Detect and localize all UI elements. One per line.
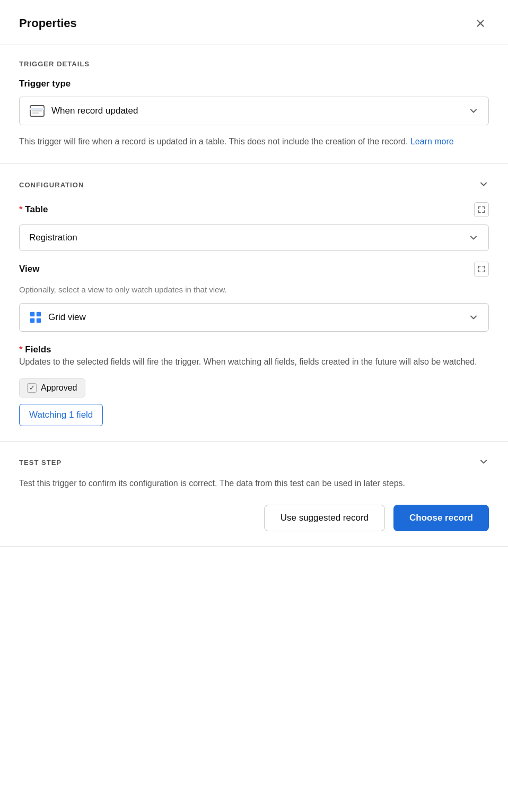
- table-field-row: Table: [19, 202, 489, 217]
- watching-field-button[interactable]: Watching 1 field: [19, 404, 103, 426]
- test-step-header: TEST STEP: [19, 456, 489, 469]
- svg-rect-6: [30, 312, 34, 316]
- approved-field-tag: ✓ Approved: [19, 378, 85, 398]
- close-button[interactable]: [472, 15, 489, 32]
- configuration-chevron-icon[interactable]: [478, 179, 489, 192]
- table-select[interactable]: Registration: [19, 224, 489, 251]
- table-value: Registration: [29, 232, 77, 243]
- panel-title: Properties: [19, 16, 77, 30]
- trigger-type-value: When record updated: [51, 106, 138, 116]
- choose-record-button[interactable]: Choose record: [393, 505, 489, 531]
- grid-view-icon: [29, 311, 42, 324]
- trigger-type-icon: [29, 105, 45, 117]
- svg-rect-8: [30, 318, 34, 323]
- fields-description: Updates to the selected fields will fire…: [19, 355, 489, 369]
- watching-btn-row: Watching 1 field: [19, 404, 489, 426]
- properties-panel: Properties TRIGGER DETAILS Trigger type: [0, 0, 508, 547]
- trigger-type-label: Trigger type: [19, 79, 489, 89]
- configuration-title: CONFIGURATION: [19, 181, 84, 189]
- test-step-title: TEST STEP: [19, 459, 62, 467]
- test-step-section: TEST STEP Test this trigger to confirm i…: [0, 442, 508, 547]
- test-buttons-container: Use suggested record Choose record: [19, 505, 489, 531]
- table-field-label: Table: [19, 204, 48, 215]
- view-field-label: View: [19, 264, 39, 274]
- checkbox-icon: ✓: [27, 383, 37, 393]
- trigger-type-select[interactable]: When record updated: [19, 97, 489, 125]
- table-chevron-icon: [468, 232, 479, 243]
- fields-section: Fields Updates to the selected fields wi…: [19, 344, 489, 426]
- test-step-chevron-icon[interactable]: [478, 456, 489, 469]
- trigger-details-header: TRIGGER DETAILS: [19, 60, 489, 68]
- trigger-type-chevron-icon: [468, 106, 479, 116]
- view-expand-icon[interactable]: [474, 262, 489, 277]
- panel-header: Properties: [0, 0, 508, 45]
- svg-rect-3: [30, 108, 44, 110]
- trigger-description: This trigger will fire when a record is …: [19, 135, 489, 149]
- view-value: Grid view: [48, 312, 86, 323]
- configuration-header: CONFIGURATION: [19, 179, 489, 192]
- view-chevron-icon: [468, 312, 479, 323]
- test-step-description: Test this trigger to confirm its configu…: [19, 477, 489, 490]
- svg-rect-9: [37, 318, 41, 323]
- view-field-row: View: [19, 262, 489, 277]
- use-suggested-record-button[interactable]: Use suggested record: [264, 505, 385, 531]
- view-description: Optionally, select a view to only watch …: [19, 284, 489, 296]
- field-tags-row: ✓ Approved: [19, 378, 489, 404]
- configuration-section: CONFIGURATION Table Registration: [0, 164, 508, 442]
- fields-label: Fields: [19, 344, 51, 355]
- trigger-details-title: TRIGGER DETAILS: [19, 60, 90, 68]
- fields-tags-container: ✓ Approved Watching 1 field: [19, 378, 489, 426]
- trigger-type-select-left: When record updated: [29, 105, 138, 117]
- svg-rect-7: [37, 312, 41, 316]
- table-expand-icon[interactable]: [474, 202, 489, 217]
- learn-more-link[interactable]: Learn more: [410, 137, 454, 146]
- view-select-left: Grid view: [29, 311, 86, 324]
- trigger-details-section: TRIGGER DETAILS Trigger type When record…: [0, 45, 508, 164]
- view-select[interactable]: Grid view: [19, 303, 489, 332]
